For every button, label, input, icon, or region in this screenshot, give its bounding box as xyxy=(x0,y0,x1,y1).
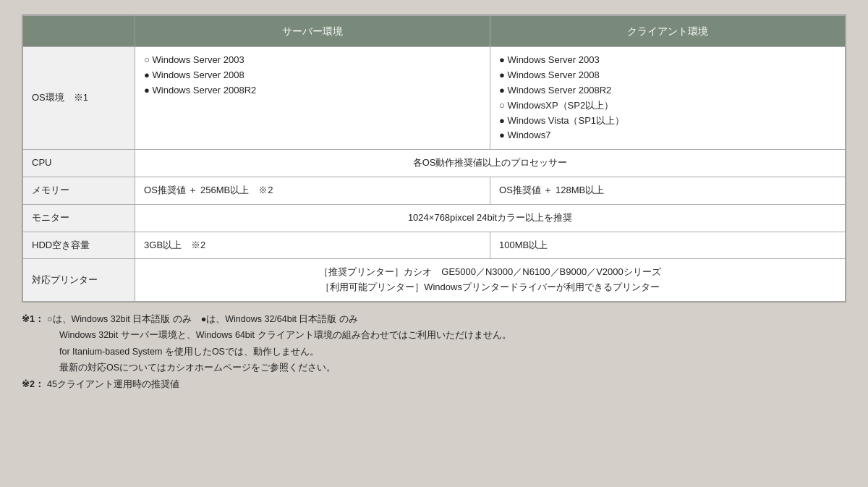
row-label: OS環境 ※1 xyxy=(23,47,135,150)
os-item: Windows Server 2003 xyxy=(144,53,481,68)
server-os-cell: Windows Server 2003Windows Server 2008Wi… xyxy=(135,47,490,150)
span-cell: ［推奨プリンター］カシオ GE5000／N3000／N6100／B9000／V2… xyxy=(135,259,846,302)
note-subline: 最新の対応OSについてはカシオホームページをご参照ください。 xyxy=(22,360,846,376)
note-item: ※1：○は、Windows 32bit 日本語版 のみ ●は、Windows 3… xyxy=(22,311,846,328)
os-item: Windows Server 2008R2 xyxy=(144,83,481,98)
os-item: WindowsXP（SP2以上） xyxy=(499,98,836,114)
span-cell: 各OS動作推奨値以上のプロセッサー xyxy=(135,150,846,177)
os-item: Windows Server 2008 xyxy=(144,68,481,83)
note-body: 45クライアント運用時の推奨値 xyxy=(47,376,846,393)
corner-header xyxy=(23,16,135,47)
spec-table-wrapper: サーバー環境 クライアント環境 OS環境 ※1Windows Server 20… xyxy=(22,14,846,302)
span-cell: 1024×768pixcel 24bitカラー以上を推奨 xyxy=(135,204,846,232)
client-os-cell: Windows Server 2003Windows Server 2008Wi… xyxy=(490,47,846,150)
note-label: ※2： xyxy=(22,376,44,393)
os-item: Windows Vista（SP1以上） xyxy=(499,114,836,129)
server-env-header: サーバー環境 xyxy=(135,16,490,47)
server-cell: OS推奨値 ＋ 256MB以上 ※2 xyxy=(135,177,490,204)
note-body: ○は、Windows 32bit 日本語版 のみ ●は、Windows 32/6… xyxy=(47,311,846,328)
os-item: Windows Server 2003 xyxy=(499,53,836,68)
row-label: メモリー xyxy=(23,177,135,204)
row-label: モニター xyxy=(23,204,135,232)
notes-section: ※1：○は、Windows 32bit 日本語版 のみ ●は、Windows 3… xyxy=(22,311,846,393)
note-subline: Windows 32bit サーバー環境と、Windows 64bit クライア… xyxy=(22,327,846,344)
os-item: Windows7 xyxy=(499,128,836,143)
os-item: Windows Server 2008R2 xyxy=(499,83,836,98)
spec-table: サーバー環境 クライアント環境 OS環境 ※1Windows Server 20… xyxy=(22,15,846,302)
note-label: ※1： xyxy=(22,311,44,328)
client-cell: OS推奨値 ＋ 128MB以上 xyxy=(490,177,846,204)
row-label: HDD空き容量 xyxy=(23,232,135,259)
client-env-header: クライアント環境 xyxy=(490,16,846,47)
row-label: CPU xyxy=(23,150,135,177)
row-label: 対応プリンター xyxy=(23,259,135,302)
server-cell: 3GB以上 ※2 xyxy=(135,232,490,259)
note-subline: for Itanium-based System を使用したOSでは、動作しませ… xyxy=(22,344,846,360)
client-cell: 100MB以上 xyxy=(490,232,846,259)
os-item: Windows Server 2008 xyxy=(499,68,836,83)
note-item: ※2：45クライアント運用時の推奨値 xyxy=(22,376,846,393)
